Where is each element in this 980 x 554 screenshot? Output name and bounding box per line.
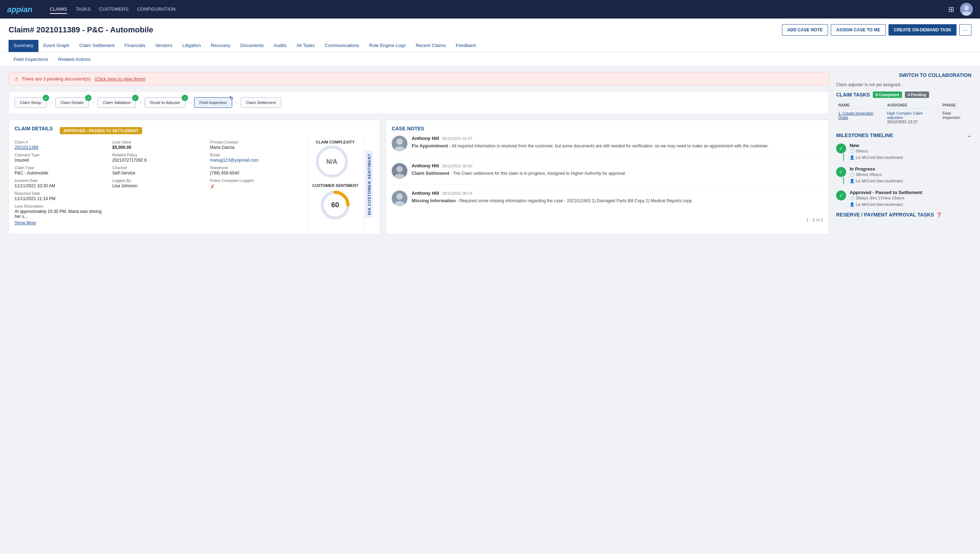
note-text-3: - Required some missing information rega… — [457, 198, 692, 203]
customer-sentiment-label: CUSTOMER SENTIMENT — [312, 183, 358, 188]
alert-link[interactable]: (Click here to view them) — [95, 76, 146, 81]
more-options-button[interactable]: ··· — [959, 24, 972, 36]
page-title: Claim# 2021011389 - P&C - Automobile — [8, 25, 153, 35]
tab-all-tasks[interactable]: All Tasks — [292, 40, 320, 52]
detail-primary-contact: Primary Contact Maria Garcia — [210, 140, 304, 150]
logged-by-label: Logged By — [112, 178, 205, 183]
primary-contact-value: Maria Garcia — [210, 145, 304, 150]
milestone-meta-new: 🕐 39secs 👤 Liz McCord (ben.bushman) — [850, 148, 972, 161]
switch-collab-link[interactable]: SWITCH TO COLLABORATION — [899, 72, 972, 78]
claim-complexity-widget: CLAIM COMPLEXITY N/A — [316, 140, 355, 178]
workflow-step-claim-settlement: Claim Settlement — [241, 97, 281, 108]
app-logo[interactable]: appian — [7, 3, 39, 15]
email-value[interactable]: mariag123@yopmail.com — [210, 158, 304, 163]
detail-loss-description: Loss Description At approximately 10:30 … — [14, 204, 108, 225]
help-icon[interactable]: ❓ — [936, 212, 942, 218]
detail-claimant-type: Claimant Type Insured — [14, 153, 108, 163]
case-note-3: Anthony Hill 28/12/2021 00:14 Missing In… — [392, 191, 823, 212]
header-buttons: ADD CASE NOTE ASSIGN CASE TO ME CREATE O… — [782, 24, 972, 36]
step-completed-icon: ✓ — [43, 95, 49, 101]
tab-communications[interactable]: Communications — [320, 40, 364, 52]
customer-sentiment-gauge: 60 — [319, 189, 351, 221]
claim-number-value[interactable]: 2021011389 — [14, 145, 108, 150]
milestones-title: MILESTONES TIMELINE — [836, 132, 893, 138]
step-label: Field Inspection — [199, 100, 227, 105]
adjuster-text: Claim adjuster is not yet assigned. — [836, 82, 972, 87]
note-avatar-1 — [392, 136, 407, 151]
create-task-button[interactable]: CREATE ON-DEMAND TASK — [888, 24, 957, 36]
workflow: ✓ Claim Setup → ✓ Claim Details → ✓ Clai… — [8, 91, 829, 114]
nav-right: ⊞ — [948, 3, 973, 16]
note-body-3: Missing Information - Required some miss… — [412, 197, 823, 204]
nav-item-configuration[interactable]: CONFIGURATION — [137, 5, 175, 14]
switch-collab: SWITCH TO COLLABORATION — [836, 72, 972, 78]
case-notes-panel: CASE NOTES Anthony Hill 28/12/2021 01:07… — [386, 119, 829, 234]
note-body-1: Fix Appointment - All required informati… — [412, 142, 823, 150]
detail-incident-date: Incident Date 11/11/2021 10:30 AM — [14, 178, 108, 188]
detail-claim-number: Claim # 2021011389 — [14, 140, 108, 150]
nav-item-customers[interactable]: CUSTOMERS — [99, 5, 129, 14]
police-complaint-label: Police Complaint Logged — [210, 178, 304, 183]
milestone-completed-icon: ✓ — [836, 143, 846, 153]
task-name-link[interactable]: 1. Create Inspection Order — [838, 111, 873, 119]
tab-documents[interactable]: Documents — [235, 40, 269, 52]
note-text-1: - All required information is received f… — [449, 143, 769, 148]
related-policy-value: 2021072717092 6 — [112, 158, 205, 163]
chevron-down-icon[interactable]: ⌄ — [967, 132, 972, 138]
step-completed-icon: ✓ — [85, 95, 92, 101]
claim-complexity-value: N/A — [316, 146, 348, 178]
tasks-col-name: NAME — [836, 102, 885, 109]
tab-field-inspections[interactable]: Field Inspections — [8, 54, 53, 64]
claim-tasks-title: CLAIM TASKS — [836, 92, 870, 97]
step-label: Route to Adjuster — [150, 100, 180, 105]
tab-feedback[interactable]: Feedback — [451, 40, 481, 52]
tab-financials[interactable]: Financials — [120, 40, 151, 52]
case-notes-title: CASE NOTES — [392, 126, 823, 131]
note-pagination: 1 - 3 of 3 — [392, 218, 823, 223]
nav-item-tasks[interactable]: TASKS — [75, 5, 91, 14]
detail-reported-date: Reported Date 11/11/2021 11:14 PM — [14, 191, 108, 201]
note-title-2: Claim Settlement — [412, 170, 449, 176]
email-label: Email — [210, 153, 304, 157]
step-label: Claim Details — [60, 100, 84, 105]
tab-vendors[interactable]: Vendors — [150, 40, 177, 52]
detail-claim-type: Claim Type P&C - Automobile — [14, 166, 108, 175]
step-inprogress-icon: ↻ — [228, 95, 235, 101]
tab-event-graph[interactable]: Event Graph — [38, 40, 75, 52]
tab-recent-claims[interactable]: Recent Claims — [410, 40, 451, 52]
main-content: ⚠ There are 3 pending document(s). (Clic… — [0, 67, 980, 240]
avatar[interactable] — [960, 3, 973, 16]
tab-rule-engine-logs[interactable]: Rule Engine Logs — [364, 40, 411, 52]
table-row: 1. Create Inspection Order High Complex … — [836, 109, 972, 126]
loss-description-value: At approximately 10:30 PM, Maria was dri… — [14, 209, 108, 219]
milestone-approved: ✓ Approved - Passed to Settlement 🕐 35da… — [836, 190, 972, 208]
tab-recovery[interactable]: Recovery — [206, 40, 235, 52]
police-complaint-value: ✗ — [210, 183, 304, 190]
tasks-col-assignee: ASSIGNEE — [885, 102, 940, 109]
reserve-title: RESERVE / PAYMENT APPROVAL TASKS — [836, 212, 934, 218]
assign-case-button[interactable]: ASSIGN CASE TO ME — [831, 24, 886, 36]
grid-icon[interactable]: ⊞ — [948, 5, 955, 14]
tab-claim-settlement[interactable]: Claim Settlement — [75, 40, 120, 52]
assignee-date: 20/12/2021 13:27 — [887, 119, 938, 124]
detail-telephone: Telephone (789) 456-6540 — [210, 166, 304, 175]
top-nav: appian CLAIMS TASKS CUSTOMERS CONFIGURAT… — [0, 0, 980, 19]
show-more-link[interactable]: Show More — [14, 220, 36, 225]
incident-date-label: Incident Date — [14, 178, 108, 183]
tab-audits[interactable]: Audits — [269, 40, 292, 52]
task-phase: Field Inspection — [940, 109, 972, 126]
reserve-section: RESERVE / PAYMENT APPROVAL TASKS ❓ — [836, 212, 972, 218]
add-case-note-button[interactable]: ADD CASE NOTE — [782, 24, 828, 36]
primary-contact-label: Primary Contact — [210, 140, 304, 144]
tab-summary[interactable]: Summary — [8, 40, 38, 52]
tab-litigation[interactable]: Litigation — [177, 40, 206, 52]
tab-related-actions[interactable]: Related Actions — [53, 54, 95, 64]
tasks-table: NAME ASSIGNEE PHASE 1. Create Inspection… — [836, 102, 972, 126]
claimant-type-value: Insured — [14, 158, 108, 163]
arrow-icon: → — [137, 99, 143, 106]
arrow-icon: → — [91, 99, 96, 106]
case-note-1: Anthony Hill 28/12/2021 01:07 Fix Appoin… — [392, 136, 823, 158]
svg-text:60: 60 — [331, 201, 339, 209]
milestone-name-new: New — [850, 143, 972, 148]
nav-item-claims[interactable]: CLAIMS — [50, 5, 67, 14]
